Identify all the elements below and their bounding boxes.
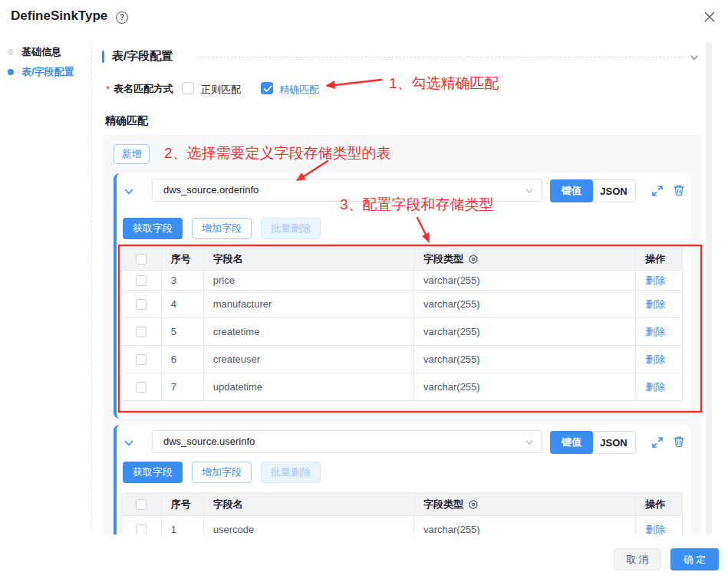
row-field-name: usercode [204,516,414,534]
annotation-step1: 1、勾选精确匹配 [389,74,499,94]
value-mode-toggle: 键值 JSON [550,179,636,202]
annotation-step2: 2、选择需要定义字段存储类型的表 [164,143,391,163]
chevron-down-icon [525,186,534,196]
col-seq: 序号 [162,493,204,515]
fields-table: 序号 字段名 字段类型 操作 3 price varchar( [121,247,683,401]
table-config-card-userinfo: dws_source.userinfo 键值 JSON 获取字段 增加字段 批量… [114,425,691,534]
delete-link[interactable]: 删除 [645,274,665,288]
row-checkbox[interactable] [136,327,147,337]
row-seq: 3 [162,271,204,290]
batch-delete-button[interactable]: 批量删除 [261,218,321,239]
row-checkbox[interactable] [136,354,147,365]
help-icon[interactable]: ? [116,12,128,24]
toggle-keyvalue[interactable]: 键值 [550,179,593,202]
select-all-checkbox[interactable] [136,499,147,510]
sidebar-item-basic-info[interactable]: 基础信息 [0,45,61,59]
fields-table: 序号 字段名 字段类型 操作 1 usercode varch [121,492,683,534]
row-field-type: varchar(255) [414,318,636,345]
row-field-type: varchar(255) [414,291,636,317]
dialog-scrollbar[interactable] [706,42,712,534]
table-name-value: dws_source.userinfo [163,436,255,447]
sidebar-divider [91,43,92,529]
select-all-checkbox[interactable] [136,254,147,265]
col-type: 字段类型 [423,252,463,266]
exact-match-label: 精确匹配 [279,83,319,97]
regex-match-checkbox[interactable] [182,82,194,94]
section-accent-bar [102,51,104,63]
add-field-button[interactable]: 增加字段 [192,462,252,483]
required-asterisk: * [106,84,110,95]
table-header-row: 序号 字段名 字段类型 操作 [122,493,682,516]
fetch-fields-button[interactable]: 获取字段 [123,462,183,483]
delete-link[interactable]: 删除 [645,523,665,535]
delete-link[interactable]: 删除 [645,380,665,394]
section-dashed-line [196,57,684,58]
type-settings-icon[interactable] [468,499,479,510]
row-field-type: varchar(255) [414,373,636,400]
row-seq: 7 [162,373,204,400]
row-seq: 1 [162,516,204,534]
add-table-button[interactable]: 新增 [114,144,150,164]
row-checkbox[interactable] [136,382,147,393]
row-field-type: varchar(255) [414,271,636,290]
trash-icon[interactable] [672,435,686,449]
table-name-select[interactable]: dws_source.userinfo [152,430,542,453]
value-mode-toggle: 键值 JSON [550,431,636,454]
col-name: 字段名 [204,248,414,270]
regex-match-label: 正则匹配 [201,83,241,97]
row-field-name: manufacturer [204,291,414,317]
exact-match-section-label: 精确匹配 [105,114,148,128]
row-field-name: updatetime [204,373,414,400]
table-row: 6 createuser varchar(255) 删除 [122,346,682,373]
annotation-step3: 3、配置字段和存储类型 [340,195,494,215]
define-sink-type-dialog: DefineSinkType ? 基础信息 表/字段配置 表/字段配置 * 表名… [0,0,728,582]
step-dot-icon [8,49,14,55]
toggle-json[interactable]: JSON [591,431,636,454]
row-field-type: varchar(255) [414,346,636,373]
collapse-chevron-icon[interactable] [123,186,135,198]
row-field-name: price [204,271,414,290]
expand-icon[interactable] [651,184,664,198]
collapse-chevron-icon[interactable] [123,437,135,449]
confirm-button[interactable]: 确定 [670,548,719,570]
row-checkbox[interactable] [136,299,147,310]
table-name-value: dws_source.orderinfo [163,184,259,196]
expand-icon[interactable] [651,436,664,449]
batch-delete-button[interactable]: 批量删除 [261,462,321,483]
table-row: 7 updatetime varchar(255) 删除 [122,373,682,401]
row-field-name: createuser [204,346,414,373]
trash-icon[interactable] [672,183,686,197]
delete-link[interactable]: 删除 [645,325,665,339]
row-seq: 4 [162,291,204,317]
table-header-row: 序号 字段名 字段类型 操作 [122,248,682,271]
sidebar-item-table-field-config[interactable]: 表/字段配置 [0,65,74,79]
fetch-fields-button[interactable]: 获取字段 [123,218,183,239]
toggle-json[interactable]: JSON [591,179,636,202]
exact-match-checkbox[interactable] [261,82,273,94]
table-row: 3 price varchar(255) 删除 [122,271,682,291]
table-row: 5 createtime varchar(255) 删除 [122,318,682,346]
sidebar-item-label: 表/字段配置 [21,65,74,79]
row-checkbox[interactable] [136,275,147,286]
row-field-type: varchar(255) [414,516,636,534]
add-field-button[interactable]: 增加字段 [192,218,252,239]
delete-link[interactable]: 删除 [645,298,665,311]
dialog-title: DefineSinkType [11,8,107,24]
cancel-button[interactable]: 取消 [614,548,661,570]
row-checkbox[interactable] [136,524,147,535]
check-icon [263,85,272,93]
row-seq: 6 [162,346,204,373]
toggle-keyvalue[interactable]: 键值 [550,431,593,454]
close-icon[interactable] [703,11,716,23]
match-mode-label: 表名匹配方式 [114,82,173,96]
type-settings-icon[interactable] [468,254,479,265]
sidebar-item-label: 基础信息 [21,45,61,59]
col-action: 操作 [636,248,682,270]
step-dot-icon [8,69,14,75]
table-row: 4 manufacturer varchar(255) 删除 [122,291,682,318]
delete-link[interactable]: 删除 [645,353,665,367]
table-row: 1 usercode varchar(255) 删除 [122,516,682,534]
collapse-chevron-icon[interactable] [689,52,700,63]
row-field-name: createtime [204,318,414,345]
row-seq: 5 [162,318,204,345]
